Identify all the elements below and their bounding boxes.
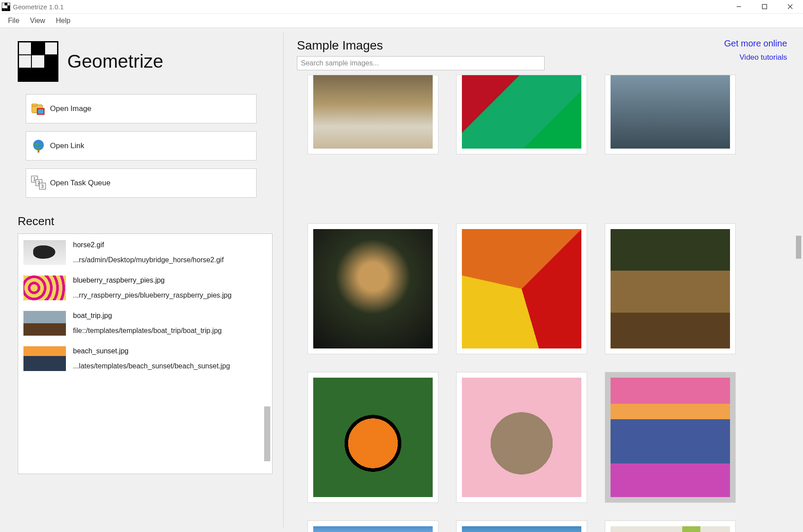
recent-filepath: ...rry_raspberry_pies/blueberry_raspberr… (73, 291, 231, 299)
svg-rect-15 (38, 150, 39, 153)
recent-thumb (23, 311, 66, 336)
recent-item[interactable]: boat_trip.jpg file::/templates/templates… (23, 311, 267, 336)
sample-thumb (313, 229, 433, 348)
sample-scrollbar[interactable] (796, 236, 801, 259)
minimize-button[interactable] (726, 0, 752, 14)
recent-filename: beach_sunset.jpg (73, 347, 230, 355)
sample-card[interactable] (456, 75, 587, 154)
svg-text:3: 3 (41, 184, 44, 189)
task-queue-icon: 123 (31, 175, 46, 191)
recent-heading: Recent (18, 214, 273, 228)
folder-image-icon (31, 101, 46, 117)
sample-card[interactable] (307, 372, 438, 503)
recent-scrollbar[interactable] (264, 406, 270, 461)
svg-rect-11 (32, 104, 37, 106)
sample-card[interactable] (307, 75, 438, 154)
menu-file[interactable]: File (3, 16, 25, 26)
sample-thumb (313, 75, 433, 149)
open-image-button[interactable]: Open Image (26, 94, 257, 123)
search-input[interactable] (297, 56, 545, 70)
recent-thumb (23, 346, 66, 371)
menu-view[interactable]: View (25, 16, 50, 26)
sample-card[interactable] (307, 521, 438, 532)
sample-thumb (462, 378, 581, 497)
video-tutorials-link[interactable]: Video tutorials (740, 53, 787, 62)
recent-list: horse2.gif ...rs/admin/Desktop/muybridge… (18, 233, 273, 474)
sample-card[interactable] (605, 223, 736, 354)
recent-thumb (23, 276, 66, 300)
svg-rect-5 (8, 8, 10, 11)
sample-grid (297, 75, 787, 532)
left-panel: Geometrize Open Image Open Link 123 Open… (0, 28, 283, 532)
menu-help[interactable]: Help (50, 16, 76, 26)
recent-item[interactable]: blueberry_raspberry_pies.jpg ...rry_rasp… (23, 276, 267, 300)
sample-card[interactable] (605, 75, 736, 154)
sample-thumb (462, 229, 581, 348)
recent-filepath: file::/templates/templates/boat_trip/boa… (73, 327, 222, 335)
recent-filepath: ...lates/templates/beach_sunset/beach_su… (73, 362, 230, 370)
close-button[interactable] (777, 0, 803, 14)
recent-filename: horse2.gif (73, 241, 224, 249)
recent-filename: boat_trip.jpg (73, 312, 222, 320)
sample-images-heading: Sample Images (297, 38, 545, 53)
globe-icon (31, 138, 46, 154)
recent-thumb (23, 240, 66, 265)
sample-card[interactable] (605, 521, 736, 532)
sample-thumb (313, 378, 433, 497)
recent-filename: blueberry_raspberry_pies.jpg (73, 276, 231, 284)
svg-text:1: 1 (33, 177, 36, 182)
recent-filepath: ...rs/admin/Desktop/muybridge_horse/hors… (73, 256, 224, 264)
menu-bar: File View Help (0, 14, 803, 28)
sample-thumb (462, 75, 581, 149)
app-icon (2, 3, 10, 11)
svg-rect-7 (762, 4, 767, 9)
sample-thumb (313, 526, 433, 532)
svg-rect-2 (8, 5, 10, 8)
app-logo (18, 41, 58, 82)
recent-item[interactable]: beach_sunset.jpg ...lates/templates/beac… (23, 346, 267, 371)
open-task-queue-button[interactable]: 123 Open Task Queue (26, 168, 257, 198)
svg-rect-1 (4, 3, 7, 5)
title-bar: Geometrize 1.0.1 (0, 0, 803, 14)
open-link-label: Open Link (50, 142, 85, 150)
sample-card[interactable] (605, 372, 736, 503)
get-more-online-link[interactable]: Get more online (724, 38, 787, 49)
sample-card[interactable] (456, 372, 587, 503)
open-link-button[interactable]: Open Link (26, 131, 257, 161)
open-task-queue-label: Open Task Queue (50, 179, 111, 188)
window-title: Geometrize 1.0.1 (13, 3, 64, 11)
sample-thumb (611, 75, 730, 149)
open-image-label: Open Image (50, 104, 92, 113)
svg-rect-3 (2, 8, 4, 11)
recent-item[interactable]: horse2.gif ...rs/admin/Desktop/muybridge… (23, 240, 267, 265)
sample-card[interactable] (456, 223, 587, 354)
svg-rect-13 (38, 109, 43, 114)
svg-rect-4 (4, 8, 7, 11)
sample-card[interactable] (456, 521, 587, 532)
right-panel: Sample Images Get more online Video tuto… (284, 28, 803, 532)
app-name: Geometrize (67, 51, 163, 72)
maximize-button[interactable] (752, 0, 777, 14)
sample-thumb (462, 526, 581, 532)
sample-thumb (611, 526, 730, 532)
sample-card[interactable] (307, 223, 438, 354)
sample-thumb (611, 378, 730, 497)
sample-thumb (611, 229, 730, 348)
